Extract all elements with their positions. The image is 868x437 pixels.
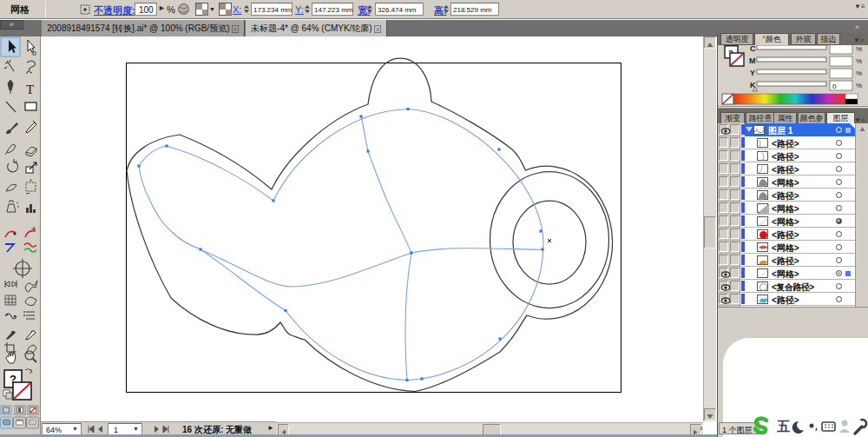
svg-text:0: 0: [832, 83, 837, 90]
svg-text:%: %: [856, 70, 862, 77]
svg-text:C: C: [750, 45, 756, 53]
svg-text:M: M: [749, 56, 756, 65]
svg-text:%: %: [856, 45, 862, 53]
svg-text:%: %: [856, 82, 862, 89]
svg-text:%: %: [856, 57, 862, 65]
svg-text:T: T: [26, 83, 34, 96]
svg-text:Y: Y: [750, 69, 755, 77]
svg-text:五: 五: [777, 419, 790, 434]
